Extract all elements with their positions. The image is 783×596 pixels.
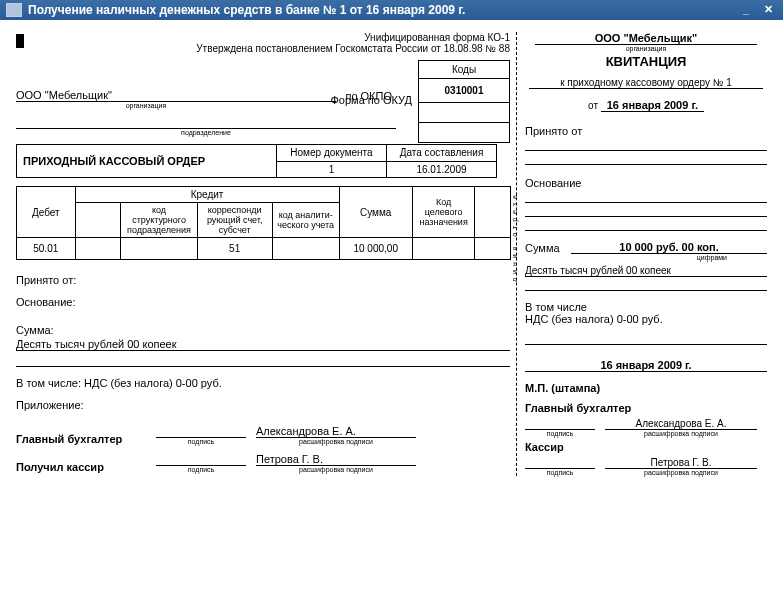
hdr-kredit: Кредит — [75, 187, 339, 203]
r-date: 16 января 2009 г. — [601, 99, 704, 112]
hdr-kodstruct: код структурного подразделения — [121, 203, 197, 238]
window-title: Получение наличных денежных средств в ба… — [28, 3, 465, 17]
doc-title: ПРИХОДНЫЙ КАССОВЫЙ ОРДЕР — [16, 144, 276, 178]
r-toorder: к приходному кассовому ордеру № 1 — [529, 77, 763, 89]
r-rasshifr1: расшифровка подписи — [605, 430, 757, 437]
okpo-label: по ОКПО — [336, 90, 396, 102]
cell-kodcel — [412, 238, 475, 260]
prilozhenie-label: Приложение: — [16, 399, 510, 411]
r-rasshifr2: расшифровка подписи — [605, 469, 757, 476]
docdate-value: 16.01.2009 — [387, 161, 497, 178]
okpo-value — [419, 103, 510, 123]
r-mp: М.П. (штампа) — [525, 382, 767, 394]
summa-label: Сумма: — [16, 324, 510, 336]
org-name: ООО "Мебельщик" — [16, 89, 146, 102]
hdr-analit: код аналити-ческого учета — [272, 203, 339, 238]
docnum-hdr: Номер документа — [277, 145, 387, 162]
r-nds: НДС (без налога) 0-00 руб. — [525, 313, 767, 325]
glavbuh-label: Главный бухгалтер — [16, 433, 146, 445]
cell-debet: 50.01 — [17, 238, 76, 260]
cut-line-label: л и н и я о т р е з а — [511, 194, 518, 282]
kody-header: Коды — [419, 61, 510, 79]
r-podpis2: подпись — [525, 469, 595, 476]
kassir-label: Получил кассир — [16, 461, 146, 473]
cell-kodstruct — [121, 238, 197, 260]
cell-extra — [475, 238, 511, 260]
receipt-panel: л и н и я о т р е з а ООО "Мебельщик" ор… — [516, 32, 767, 476]
glavbuh-name: Александрова Е. А. — [256, 425, 416, 438]
prinyato-label: Принято от: — [16, 274, 510, 286]
hdr-summa: Сумма — [339, 187, 412, 238]
podpis-sub2: подпись — [156, 466, 246, 473]
r-summa-words: Десять тысяч рублей 00 копеек — [525, 265, 767, 277]
r-prinyato: Принято от — [525, 125, 767, 137]
r-podpis1: подпись — [525, 430, 595, 437]
cell-analit — [272, 238, 339, 260]
cell-empty1 — [75, 238, 121, 260]
approved-label: Утверждена постановлением Госкомстата Ро… — [30, 43, 510, 54]
r-kassir-name: Петрова Г. В. — [605, 457, 757, 469]
r-org: ООО "Мебельщик" — [535, 32, 757, 45]
r-org-sub: организация — [525, 45, 767, 52]
r-glavbuh-name: Александрова Е. А. — [605, 418, 757, 430]
document-body: Унифицированная форма КО-1 Утверждена по… — [0, 20, 783, 480]
department-line — [16, 115, 396, 129]
r-glavbuh: Главный бухгалтер — [525, 402, 767, 414]
kassir-name: Петрова Г. В. — [256, 453, 416, 466]
r-cifr: цифрами — [525, 254, 767, 261]
rasshifr-sub2: расшифровка подписи — [256, 466, 416, 473]
code-empty — [419, 123, 510, 143]
accounting-table: Дебет Кредит Сумма Код целевого назначен… — [16, 186, 511, 260]
unified-form-label: Унифицированная форма КО-1 — [30, 32, 510, 43]
okud-value: 0310001 — [419, 79, 510, 103]
docnum-table: Номер документа Дата составления 1 16.01… — [276, 144, 497, 178]
hdr-debet: Дебет — [17, 187, 76, 238]
summa-words: Десять тысяч рублей 00 копеек — [16, 338, 510, 351]
minimize-button[interactable]: _ — [737, 3, 755, 17]
vtom-nds: В том числе: НДС (без налога) 0-00 руб. — [16, 377, 510, 389]
window-titlebar: Получение наличных денежных средств в ба… — [0, 0, 783, 20]
app-icon — [6, 3, 22, 17]
close-button[interactable]: ✕ — [759, 3, 777, 17]
rasshifr-sub1: расшифровка подписи — [256, 438, 416, 445]
r-summa-val: 10 000 руб. 00 коп. — [571, 241, 767, 254]
codes-table: Коды 0310001 — [418, 60, 510, 143]
hdr-extra — [475, 187, 511, 238]
cell-summa: 10 000,00 — [339, 238, 412, 260]
r-date2: 16 января 2009 г. — [525, 359, 767, 372]
r-title: КВИТАНЦИЯ — [525, 54, 767, 69]
osnovanie-label: Основание: — [16, 296, 510, 308]
r-kassir: Кассир — [525, 441, 767, 453]
docnum-value: 1 — [277, 161, 387, 178]
hdr-korr: корреспонди рующий счет, субсчет — [197, 203, 272, 238]
r-summa-lbl: Сумма — [525, 242, 571, 254]
page-marker-icon — [16, 34, 24, 48]
hdr-kodcel: Код целевого назначения — [412, 187, 475, 238]
podpis-sub1: подпись — [156, 438, 246, 445]
r-osnovanie: Основание — [525, 177, 767, 189]
docdate-hdr: Дата составления — [387, 145, 497, 162]
cell-korr: 51 — [197, 238, 272, 260]
order-panel: Унифицированная форма КО-1 Утверждена по… — [16, 32, 516, 476]
r-vtom: В том числе — [525, 301, 767, 313]
r-ot: от — [588, 100, 598, 111]
dep-sublabel: подразделение — [16, 129, 396, 136]
